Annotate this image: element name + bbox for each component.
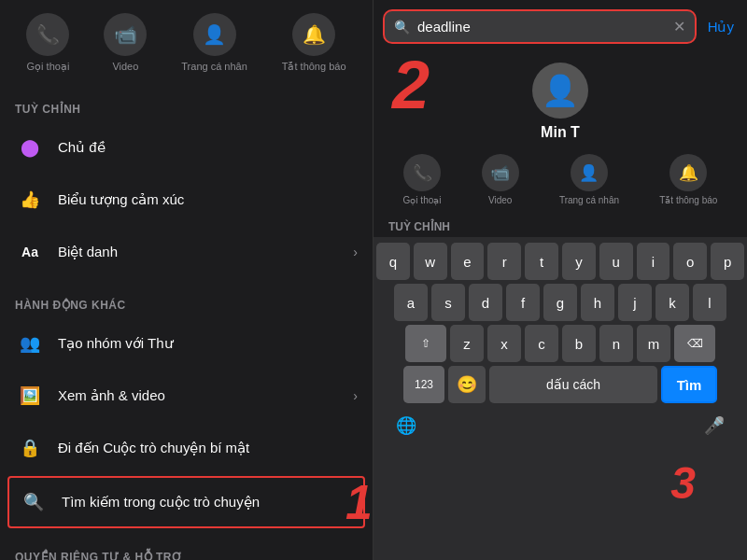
key-h[interactable]: h <box>581 284 614 321</box>
key-t[interactable]: t <box>525 243 558 280</box>
secret-text: Đi đến Cuộc trò chuyện bí mật <box>58 440 358 456</box>
menu-item-search[interactable]: 🔍 Tìm kiếm trong cuộc trò chuyện 1 <box>7 476 365 528</box>
cancel-button[interactable]: Hủy <box>704 19 738 35</box>
key-q[interactable]: q <box>376 243 410 280</box>
key-l[interactable]: l <box>693 284 726 321</box>
menu-item-nickname[interactable]: Aa Biệt danh › <box>0 226 373 278</box>
keyboard-globe-row: 🌐 🎤 <box>376 407 744 444</box>
key-x[interactable]: x <box>487 325 521 362</box>
key-123[interactable]: 123 <box>403 366 444 403</box>
call-label-left: Gọi thoại <box>27 61 70 73</box>
number1-badge: 1 <box>345 474 373 530</box>
key-a[interactable]: a <box>394 284 428 321</box>
key-u[interactable]: u <box>599 243 633 280</box>
profile-label-left: Trang cá nhân <box>181 61 247 72</box>
menu-item-theme[interactable]: ⬤ Chủ đề <box>0 121 373 174</box>
menu-item-secret[interactable]: 🔒 Đi đến Cuộc trò chuyện bí mật <box>0 422 373 474</box>
key-space[interactable]: dấu cách <box>489 366 657 403</box>
search-bar-row: 🔍 deadline ✕ Hủy <box>374 0 747 53</box>
keyboard-area: q w e r t y u i o p a s d f g h j k l ⇧ … <box>374 237 747 560</box>
profile-mute-icon: 🔔 <box>669 154 707 191</box>
tim-button[interactable]: Tìm <box>661 366 717 403</box>
keyboard-bottom-row: 123 😊 dấu cách Tìm <box>376 366 744 403</box>
menu-item-emoji[interactable]: 👍 Biểu tượng cảm xúc <box>0 174 373 226</box>
action-call-left[interactable]: 📞 Gọi thoại <box>26 13 69 73</box>
tuychinhR-label: TUỲ CHỈNH <box>374 213 747 237</box>
key-e[interactable]: e <box>451 243 485 280</box>
search-menu-icon: 🔍 <box>19 487 49 517</box>
profile-action-call[interactable]: 📞 Gọi thoại <box>403 154 442 205</box>
nickname-icon: Aa <box>15 237 45 267</box>
keyboard-row-2: a s d f g h j k l <box>376 284 744 321</box>
mute-icon-left: 🔔 <box>292 13 335 56</box>
secret-icon: 🔒 <box>15 433 45 463</box>
search-icon-right: 🔍 <box>394 20 410 35</box>
key-k[interactable]: k <box>655 284 689 321</box>
theme-text: Chủ đề <box>58 139 358 156</box>
key-i[interactable]: i <box>637 243 670 280</box>
key-delete[interactable]: ⌫ <box>674 325 715 362</box>
group-text: Tạo nhóm với Thư <box>58 335 358 352</box>
key-emoji[interactable]: 😊 <box>448 366 486 403</box>
search-input-wrapper[interactable]: 🔍 deadline ✕ <box>383 9 697 44</box>
profile-icon-left: 👤 <box>193 13 236 56</box>
menu-item-photos[interactable]: 🖼️ Xem ảnh & video › <box>0 370 373 422</box>
key-g[interactable]: g <box>543 284 577 321</box>
keyboard-row-1: q w e r t y u i o p <box>376 243 744 280</box>
key-s[interactable]: s <box>431 284 465 321</box>
key-y[interactable]: y <box>562 243 596 280</box>
search-input-display[interactable]: deadline <box>417 19 666 35</box>
keyboard-row-3: ⇧ z x c b n m ⌫ <box>376 325 744 362</box>
theme-icon: ⬤ <box>15 133 45 162</box>
profile-name: Min T <box>541 124 580 141</box>
top-actions-left: 📞 Gọi thoại 📹 Video 👤 Trang cá nhân 🔔 Tắ… <box>0 0 373 82</box>
key-n[interactable]: n <box>599 325 633 362</box>
video-label-left: Video <box>112 61 138 72</box>
photos-text: Xem ảnh & video <box>58 387 340 404</box>
video-icon-left: 📹 <box>104 13 147 56</box>
search-menu-text: Tìm kiếm trong cuộc trò chuyện <box>62 494 354 511</box>
search-clear-button[interactable]: ✕ <box>673 18 685 35</box>
key-w[interactable]: w <box>414 243 447 280</box>
right-panel: 🔍 deadline ✕ Hủy 2 👤 Min T 📞 Gọi thoại 📹… <box>374 0 747 560</box>
emoji-icon: 👍 <box>15 185 45 215</box>
action-profile-left[interactable]: 👤 Trang cá nhân <box>181 13 247 73</box>
section-header-privacy: QUYỀN RIÊNG TƯ & HỖ TRỢ <box>0 538 373 560</box>
left-panel: 📞 Gọi thoại 📹 Video 👤 Trang cá nhân 🔔 Tắ… <box>0 0 374 560</box>
key-mic[interactable]: 🎤 <box>694 407 735 444</box>
key-o[interactable]: o <box>673 243 707 280</box>
profile-action-mute[interactable]: 🔔 Tắt thông báo <box>659 154 717 205</box>
key-d[interactable]: d <box>469 284 502 321</box>
menu-item-group[interactable]: 👥 Tạo nhóm với Thư <box>0 317 373 370</box>
photos-icon: 🖼️ <box>15 381 45 411</box>
key-c[interactable]: c <box>525 325 558 362</box>
action-mute-left[interactable]: 🔔 Tắt thông báo <box>282 13 346 73</box>
profile-video-label: Video <box>488 195 512 205</box>
profile-action-video[interactable]: 📹 Video <box>482 154 519 205</box>
profile-mute-label: Tắt thông báo <box>659 195 717 205</box>
section-header-tuychinhL: TUỲ CHỈNH <box>0 90 373 121</box>
profile-profile-icon: 👤 <box>571 154 608 191</box>
key-r[interactable]: r <box>487 243 521 280</box>
key-shift[interactable]: ⇧ <box>405 325 446 362</box>
avatar: 👤 <box>532 63 588 119</box>
profile-video-icon: 📹 <box>482 154 519 191</box>
key-z[interactable]: z <box>450 325 484 362</box>
emoji-text: Biểu tượng cảm xúc <box>58 191 358 208</box>
profile-call-icon: 📞 <box>403 154 441 191</box>
key-m[interactable]: m <box>637 325 670 362</box>
key-p[interactable]: p <box>711 243 744 280</box>
key-j[interactable]: j <box>618 284 652 321</box>
key-f[interactable]: f <box>506 284 540 321</box>
action-video-left[interactable]: 📹 Video <box>104 13 147 73</box>
group-icon: 👥 <box>15 329 45 358</box>
profile-action-profile[interactable]: 👤 Trang cá nhân <box>559 154 619 205</box>
key-globe[interactable]: 🌐 <box>386 407 427 444</box>
call-icon-left: 📞 <box>26 13 69 56</box>
photos-chevron: › <box>353 388 358 403</box>
key-b[interactable]: b <box>562 325 596 362</box>
profile-area: 👤 Min T <box>374 53 747 147</box>
profile-actions-right: 📞 Gọi thoại 📹 Video 👤 Trang cá nhân 🔔 Tắ… <box>374 147 747 213</box>
profile-profile-label: Trang cá nhân <box>559 195 619 205</box>
profile-call-label: Gọi thoại <box>403 195 442 205</box>
